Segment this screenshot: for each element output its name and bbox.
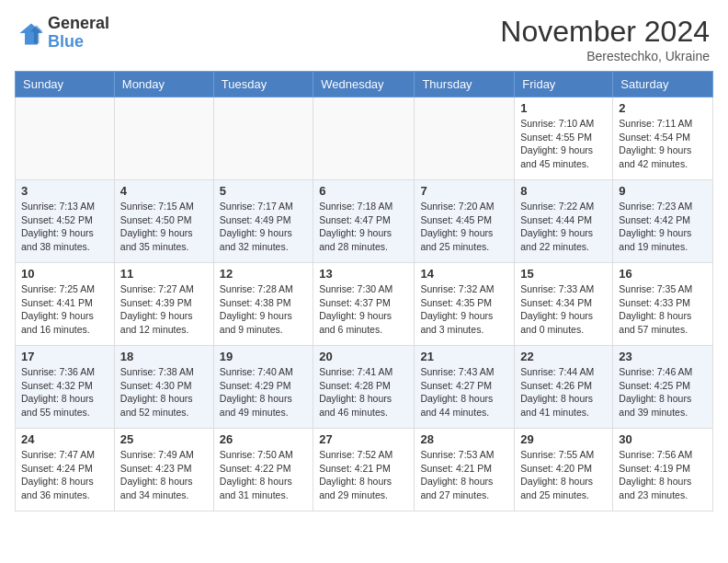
calendar-cell: 11Sunrise: 7:27 AM Sunset: 4:39 PM Dayli… bbox=[114, 263, 213, 346]
calendar-cell: 30Sunrise: 7:56 AM Sunset: 4:19 PM Dayli… bbox=[613, 429, 713, 511]
day-info: Sunrise: 7:28 AM Sunset: 4:38 PM Dayligh… bbox=[220, 282, 307, 337]
calendar-cell: 15Sunrise: 7:33 AM Sunset: 4:34 PM Dayli… bbox=[515, 263, 613, 346]
calendar-cell: 18Sunrise: 7:38 AM Sunset: 4:30 PM Dayli… bbox=[114, 346, 213, 429]
calendar-header: SundayMondayTuesdayWednesdayThursdayFrid… bbox=[16, 72, 713, 98]
calendar-cell: 26Sunrise: 7:50 AM Sunset: 4:22 PM Dayli… bbox=[213, 429, 313, 511]
day-number: 12 bbox=[220, 267, 307, 281]
calendar-cell: 29Sunrise: 7:55 AM Sunset: 4:20 PM Dayli… bbox=[515, 429, 613, 511]
column-header-tuesday: Tuesday bbox=[213, 72, 313, 98]
day-info: Sunrise: 7:22 AM Sunset: 4:44 PM Dayligh… bbox=[520, 200, 607, 254]
day-number: 22 bbox=[520, 350, 607, 363]
calendar-cell: 4Sunrise: 7:15 AM Sunset: 4:50 PM Daylig… bbox=[114, 180, 213, 263]
calendar-cell: 9Sunrise: 7:23 AM Sunset: 4:42 PM Daylig… bbox=[613, 180, 713, 263]
calendar-cell bbox=[114, 98, 213, 180]
calendar-cell: 6Sunrise: 7:18 AM Sunset: 4:47 PM Daylig… bbox=[313, 180, 415, 263]
day-info: Sunrise: 7:36 AM Sunset: 4:32 PM Dayligh… bbox=[21, 365, 108, 419]
calendar-cell: 3Sunrise: 7:13 AM Sunset: 4:52 PM Daylig… bbox=[16, 180, 115, 263]
calendar-cell: 19Sunrise: 7:40 AM Sunset: 4:29 PM Dayli… bbox=[213, 346, 313, 429]
day-info: Sunrise: 7:27 AM Sunset: 4:39 PM Dayligh… bbox=[120, 282, 208, 337]
calendar-container: SundayMondayTuesdayWednesdayThursdayFrid… bbox=[0, 71, 728, 519]
calendar-cell: 23Sunrise: 7:46 AM Sunset: 4:25 PM Dayli… bbox=[613, 346, 713, 429]
day-number: 26 bbox=[220, 432, 307, 446]
day-info: Sunrise: 7:49 AM Sunset: 4:23 PM Dayligh… bbox=[120, 448, 208, 502]
day-info: Sunrise: 7:18 AM Sunset: 4:47 PM Dayligh… bbox=[319, 200, 408, 254]
day-info: Sunrise: 7:41 AM Sunset: 4:28 PM Dayligh… bbox=[319, 365, 408, 419]
calendar-cell: 10Sunrise: 7:25 AM Sunset: 4:41 PM Dayli… bbox=[16, 263, 115, 346]
day-info: Sunrise: 7:25 AM Sunset: 4:41 PM Dayligh… bbox=[21, 282, 108, 337]
day-info: Sunrise: 7:13 AM Sunset: 4:52 PM Dayligh… bbox=[21, 200, 108, 254]
day-info: Sunrise: 7:20 AM Sunset: 4:45 PM Dayligh… bbox=[420, 200, 508, 254]
day-number: 10 bbox=[21, 267, 108, 281]
day-number: 15 bbox=[520, 267, 607, 281]
calendar-cell: 24Sunrise: 7:47 AM Sunset: 4:24 PM Dayli… bbox=[16, 429, 115, 511]
svg-marker-0 bbox=[19, 23, 42, 44]
calendar-cell: 13Sunrise: 7:30 AM Sunset: 4:37 PM Dayli… bbox=[313, 263, 415, 346]
column-header-saturday: Saturday bbox=[613, 72, 713, 98]
calendar-cell: 20Sunrise: 7:41 AM Sunset: 4:28 PM Dayli… bbox=[313, 346, 415, 429]
calendar-cell bbox=[213, 98, 313, 180]
day-info: Sunrise: 7:30 AM Sunset: 4:37 PM Dayligh… bbox=[319, 282, 408, 337]
column-header-friday: Friday bbox=[515, 72, 613, 98]
day-number: 16 bbox=[619, 267, 707, 281]
day-info: Sunrise: 7:35 AM Sunset: 4:33 PM Dayligh… bbox=[619, 282, 707, 337]
day-info: Sunrise: 7:53 AM Sunset: 4:21 PM Dayligh… bbox=[420, 448, 508, 502]
day-info: Sunrise: 7:43 AM Sunset: 4:27 PM Dayligh… bbox=[420, 365, 508, 419]
day-info: Sunrise: 7:11 AM Sunset: 4:54 PM Dayligh… bbox=[619, 117, 707, 171]
logo-icon bbox=[18, 20, 44, 46]
day-number: 7 bbox=[420, 184, 508, 198]
day-number: 27 bbox=[319, 432, 408, 446]
day-info: Sunrise: 7:10 AM Sunset: 4:55 PM Dayligh… bbox=[520, 117, 607, 171]
logo-general-text: General bbox=[48, 15, 109, 33]
calendar-cell: 12Sunrise: 7:28 AM Sunset: 4:38 PM Dayli… bbox=[213, 263, 313, 346]
day-number: 29 bbox=[520, 432, 607, 446]
day-number: 17 bbox=[21, 350, 108, 363]
day-number: 9 bbox=[619, 184, 707, 198]
day-info: Sunrise: 7:56 AM Sunset: 4:19 PM Dayligh… bbox=[619, 448, 707, 502]
day-info: Sunrise: 7:52 AM Sunset: 4:21 PM Dayligh… bbox=[319, 448, 408, 502]
week-row-2: 3Sunrise: 7:13 AM Sunset: 4:52 PM Daylig… bbox=[16, 180, 713, 263]
day-number: 24 bbox=[21, 432, 108, 446]
day-info: Sunrise: 7:50 AM Sunset: 4:22 PM Dayligh… bbox=[220, 448, 307, 502]
day-number: 13 bbox=[319, 267, 408, 281]
column-header-wednesday: Wednesday bbox=[313, 72, 415, 98]
day-number: 21 bbox=[420, 350, 508, 363]
column-header-monday: Monday bbox=[114, 72, 213, 98]
week-row-3: 10Sunrise: 7:25 AM Sunset: 4:41 PM Dayli… bbox=[16, 263, 713, 346]
calendar-cell bbox=[16, 98, 115, 180]
week-row-4: 17Sunrise: 7:36 AM Sunset: 4:32 PM Dayli… bbox=[16, 346, 713, 429]
calendar-cell: 8Sunrise: 7:22 AM Sunset: 4:44 PM Daylig… bbox=[515, 180, 613, 263]
calendar-cell: 27Sunrise: 7:52 AM Sunset: 4:21 PM Dayli… bbox=[313, 429, 415, 511]
column-header-thursday: Thursday bbox=[415, 72, 515, 98]
day-number: 1 bbox=[520, 101, 607, 115]
calendar-cell: 17Sunrise: 7:36 AM Sunset: 4:32 PM Dayli… bbox=[16, 346, 115, 429]
day-number: 4 bbox=[120, 184, 208, 198]
day-number: 25 bbox=[120, 432, 208, 446]
day-number: 2 bbox=[619, 101, 707, 115]
month-title: November 2024 bbox=[500, 15, 710, 49]
day-info: Sunrise: 7:55 AM Sunset: 4:20 PM Dayligh… bbox=[520, 448, 607, 502]
location: Berestechko, Ukraine bbox=[500, 49, 710, 63]
calendar-cell: 14Sunrise: 7:32 AM Sunset: 4:35 PM Dayli… bbox=[415, 263, 515, 346]
logo: General Blue bbox=[18, 15, 109, 52]
day-info: Sunrise: 7:44 AM Sunset: 4:26 PM Dayligh… bbox=[520, 365, 607, 419]
page-header: General Blue November 2024 Berestechko, … bbox=[0, 0, 728, 71]
calendar-cell: 28Sunrise: 7:53 AM Sunset: 4:21 PM Dayli… bbox=[415, 429, 515, 511]
calendar-cell: 25Sunrise: 7:49 AM Sunset: 4:23 PM Dayli… bbox=[114, 429, 213, 511]
calendar-body: 1Sunrise: 7:10 AM Sunset: 4:55 PM Daylig… bbox=[16, 98, 713, 511]
day-number: 20 bbox=[319, 350, 408, 363]
calendar-cell: 7Sunrise: 7:20 AM Sunset: 4:45 PM Daylig… bbox=[415, 180, 515, 263]
week-row-5: 24Sunrise: 7:47 AM Sunset: 4:24 PM Dayli… bbox=[16, 429, 713, 511]
day-number: 11 bbox=[120, 267, 208, 281]
column-header-sunday: Sunday bbox=[16, 72, 115, 98]
calendar-cell: 22Sunrise: 7:44 AM Sunset: 4:26 PM Dayli… bbox=[515, 346, 613, 429]
calendar-cell: 2Sunrise: 7:11 AM Sunset: 4:54 PM Daylig… bbox=[613, 98, 713, 180]
day-info: Sunrise: 7:33 AM Sunset: 4:34 PM Dayligh… bbox=[520, 282, 607, 337]
calendar-cell: 1Sunrise: 7:10 AM Sunset: 4:55 PM Daylig… bbox=[515, 98, 613, 180]
week-row-1: 1Sunrise: 7:10 AM Sunset: 4:55 PM Daylig… bbox=[16, 98, 713, 180]
logo-text: General Blue bbox=[48, 15, 109, 52]
logo-blue-text: Blue bbox=[48, 33, 109, 52]
day-number: 23 bbox=[619, 350, 707, 363]
day-number: 19 bbox=[220, 350, 307, 363]
day-info: Sunrise: 7:17 AM Sunset: 4:49 PM Dayligh… bbox=[220, 200, 307, 254]
day-info: Sunrise: 7:23 AM Sunset: 4:42 PM Dayligh… bbox=[619, 200, 707, 254]
